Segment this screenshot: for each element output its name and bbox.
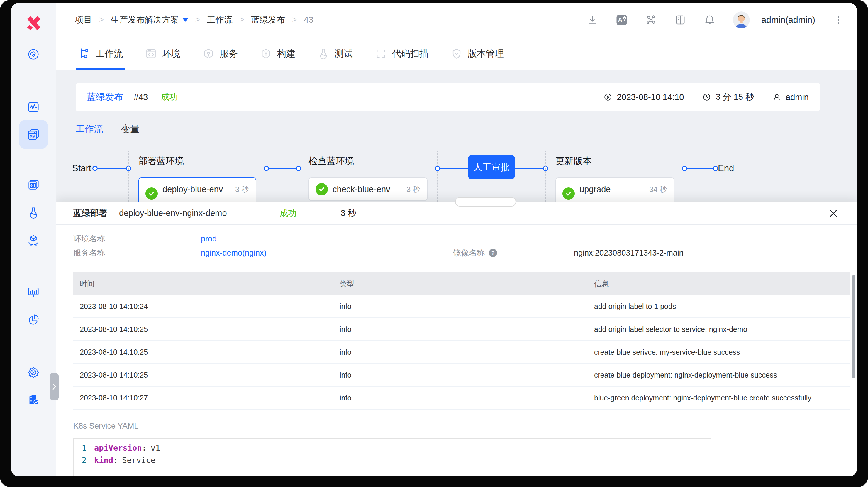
pipeline-connector bbox=[95, 168, 128, 169]
sidebar-item-data-statistics[interactable] bbox=[26, 312, 41, 327]
run-operator: admin bbox=[772, 92, 809, 102]
log-message: blue-green deployment: nginx-deployment-… bbox=[588, 394, 850, 402]
breadcrumb-projects[interactable]: 项目 bbox=[75, 14, 92, 26]
run-operator-value: admin bbox=[785, 92, 809, 102]
sidebar: PM bbox=[11, 3, 56, 477]
user-avatar[interactable] bbox=[733, 11, 750, 28]
service-value-link[interactable]: nginx-demo(nginx) bbox=[201, 248, 267, 257]
code-line: 1 apiVersion : v1 bbox=[73, 442, 711, 454]
field-env: 环境名称prod bbox=[73, 232, 839, 246]
pipeline-connector bbox=[266, 168, 299, 169]
notifications-button[interactable] bbox=[704, 14, 716, 26]
svg-text:PM: PM bbox=[30, 134, 35, 139]
service-icon bbox=[202, 47, 215, 60]
view-tab-workflow[interactable]: 工作流 bbox=[76, 123, 103, 135]
svg-text:?: ? bbox=[491, 250, 495, 256]
build-icon bbox=[259, 47, 272, 60]
help-icon[interactable]: ? bbox=[488, 248, 498, 257]
avatar-image bbox=[733, 11, 750, 28]
tab-label: 构建 bbox=[277, 48, 295, 60]
tab-code-scan[interactable]: 代码扫描 bbox=[374, 37, 428, 70]
run-number: #43 bbox=[134, 92, 148, 102]
tab-services[interactable]: 服务 bbox=[202, 37, 238, 70]
network-nodes-icon bbox=[645, 14, 657, 26]
sidebar-item-enterprise[interactable] bbox=[26, 392, 41, 406]
tab-environments[interactable]: 环境 bbox=[145, 37, 180, 70]
tab-workflows[interactable]: 工作流 bbox=[78, 37, 123, 70]
breadcrumb-separator: > bbox=[99, 15, 104, 24]
tab-tests[interactable]: 测试 bbox=[317, 37, 353, 70]
drawer-scrollbar-thumb[interactable] bbox=[852, 275, 856, 378]
play-circle-icon bbox=[603, 92, 613, 102]
job-card-check-blue-env[interactable]: check-blue-env 3 秒 bbox=[309, 178, 428, 201]
stage-title: 更新版本 bbox=[555, 155, 675, 172]
person-icon bbox=[772, 92, 781, 102]
translate-icon: A bbox=[616, 14, 628, 26]
success-check-icon bbox=[146, 187, 158, 200]
env-label: 环境名称 bbox=[73, 232, 201, 246]
image-label: 镜像名称 bbox=[453, 246, 485, 260]
user-name[interactable]: admin(admin) bbox=[762, 15, 815, 25]
col-time: 时间 bbox=[73, 279, 333, 289]
sidebar-item-release-plan[interactable] bbox=[26, 178, 41, 192]
docs-button[interactable] bbox=[674, 14, 686, 26]
sidebar-item-delivery-center[interactable] bbox=[26, 233, 41, 248]
sidebar-item-settings[interactable]: Z bbox=[26, 365, 41, 379]
sidebar-collapse-handle[interactable] bbox=[50, 373, 59, 400]
success-check-icon bbox=[315, 183, 328, 195]
app-window: PM bbox=[11, 3, 857, 477]
sidebar-item-data-overview[interactable] bbox=[26, 285, 41, 300]
sidebar-item-projects-active[interactable]: PM bbox=[19, 120, 48, 149]
log-time: 2023-08-10 14:10:27 bbox=[73, 394, 333, 402]
workflow-name-link[interactable]: 蓝绿发布 bbox=[87, 91, 123, 103]
breadcrumb-workflow-name[interactable]: 蓝绿发布 bbox=[251, 14, 285, 26]
job-name: deploy-blue-env bbox=[162, 183, 223, 195]
sidebar-item-dashboard[interactable] bbox=[26, 47, 41, 62]
drawer-close-button[interactable] bbox=[828, 207, 839, 219]
version-shield-icon bbox=[450, 47, 463, 60]
run-duration: 3 分 15 秒 bbox=[702, 91, 754, 103]
tab-label: 环境 bbox=[162, 48, 180, 60]
tab-label: 测试 bbox=[335, 48, 353, 60]
sidebar-item-test-center[interactable] bbox=[26, 205, 41, 220]
log-message: create blue deployment: nginx-deployment… bbox=[588, 371, 850, 379]
more-menu-button[interactable] bbox=[832, 14, 844, 26]
tab-version-management[interactable]: 版本管理 bbox=[450, 37, 504, 70]
env-value-link[interactable]: prod bbox=[201, 235, 217, 243]
language-button[interactable]: A bbox=[616, 14, 628, 26]
line-number: 2 bbox=[73, 456, 94, 465]
pipeline-connector bbox=[684, 168, 715, 169]
screenshot-frame: PM bbox=[0, 0, 868, 487]
drawer-job-type: 蓝绿部署 bbox=[73, 207, 107, 219]
yaml-value: v1 bbox=[151, 443, 160, 452]
breadcrumb-workflows[interactable]: 工作流 bbox=[207, 14, 232, 26]
flask-icon bbox=[27, 206, 40, 219]
app-logo[interactable] bbox=[25, 15, 42, 32]
log-type: info bbox=[333, 325, 588, 334]
pipeline-start-label: Start bbox=[72, 162, 91, 175]
log-type: info bbox=[333, 302, 588, 311]
job-name: check-blue-env bbox=[333, 183, 390, 195]
package-delivery-icon bbox=[27, 234, 40, 247]
yaml-key: kind bbox=[94, 456, 113, 465]
code-line: 2 kind : Service bbox=[73, 454, 711, 466]
sidebar-item-insight[interactable] bbox=[26, 100, 41, 114]
run-meta: 2023-08-10 14:10 3 分 15 秒 admin bbox=[603, 91, 809, 103]
integrations-button[interactable] bbox=[645, 14, 657, 26]
download-button[interactable] bbox=[586, 14, 598, 26]
pipeline-connector bbox=[515, 168, 546, 169]
drawer-resize-handle[interactable] bbox=[455, 197, 516, 207]
log-time: 2023-08-10 14:10:25 bbox=[73, 325, 333, 334]
run-start-time-value: 2023-08-10 14:10 bbox=[617, 92, 684, 102]
breadcrumb-project-name[interactable]: 生产发布解决方案 bbox=[111, 14, 188, 26]
line-number: 1 bbox=[73, 443, 94, 452]
chevron-down-icon[interactable] bbox=[182, 18, 188, 22]
tab-builds[interactable]: 构建 bbox=[259, 37, 295, 70]
view-tab-variables[interactable]: 变量 bbox=[121, 123, 139, 135]
col-message: 信息 bbox=[588, 279, 850, 289]
table-row: 2023-08-10 14:10:27 info blue-green depl… bbox=[73, 387, 850, 409]
log-message: add origin label to 1 pods bbox=[588, 302, 850, 311]
yaml-colon: : bbox=[113, 456, 118, 465]
manual-approval-node[interactable]: 人工审批 bbox=[468, 155, 515, 179]
breadcrumb-separator: > bbox=[195, 15, 200, 24]
